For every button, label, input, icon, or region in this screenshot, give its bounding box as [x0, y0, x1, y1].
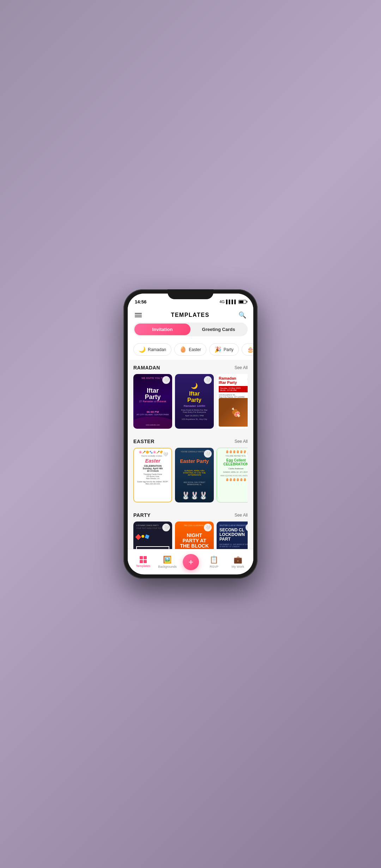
r1-subtitle: 27 Ramadan ul Mubarak — [136, 400, 169, 403]
r3-address: 123 Anywhere St.,Ang City Name, ST 12345… — [219, 394, 248, 398]
r3-top: RamadanIftar Party — [219, 376, 248, 385]
favorite-icon-e1[interactable]: 🤍 — [162, 451, 169, 458]
e2-address: 4802 ROYAL OAK STREETBIRMINGHAM, AL — [183, 481, 205, 486]
e2-date: SUNDAY, APRIL 4THSTARTING AT 3 IN THE AF… — [178, 470, 211, 476]
e3-address: 4888 EQUONE ROAD WILLIAMSVILLE — [220, 475, 248, 477]
ramadan-cards-row: 🤍 WE INVITE YOU TO IftarParty 27 Ramadan… — [133, 374, 248, 434]
e3-eggs-bottom: 🥚🥚🥚🥚🥚🥚 — [225, 478, 247, 481]
status-icons: 4G ▌▌▌▌ — [219, 300, 246, 304]
party-label: Party — [224, 347, 234, 352]
main-content: RAMADAN See All 🤍 WE INVITE YOU TO Iftar… — [128, 360, 253, 574]
ramadan-emoji: 🌙 — [139, 346, 146, 353]
r1-location: AT CITY ISLAMIC CENTER PARK — [136, 414, 169, 416]
battery-icon — [238, 300, 246, 304]
page-title: TEMPLATES — [171, 312, 209, 318]
r1-title: IftarParty — [136, 387, 169, 400]
status-time: 14:56 — [135, 299, 146, 305]
r2-location: 123 Anywhere St., Any City — [182, 418, 207, 420]
e3-host: Carlia Anderson — [229, 468, 244, 470]
bottom-nav: Templates 🖼️ Backgrounds + 📋 RSVP 💼 My W… — [128, 549, 253, 574]
nav-my-work[interactable]: 💼 My Work — [229, 555, 247, 568]
favorite-icon-r2[interactable]: 🤍 — [204, 376, 212, 384]
easter-card-2[interactable]: 🤍 YOU'RE CORDIALLY INVITED TO Easter Par… — [175, 448, 214, 502]
screen-content: TEMPLATES 🔍 Invitation Greeting Cards 🌙 … — [128, 306, 253, 574]
birthday-emoji: 🎂 — [247, 346, 253, 353]
nav-add-button[interactable]: + — [183, 554, 199, 570]
rsvp-icon: 📋 — [210, 555, 218, 564]
e1-title: Easter — [145, 458, 161, 464]
e3-date: SUNDAY, APRIL 18 · AT 1:30 PM — [223, 471, 248, 473]
r3-bar: Sunday, 13 May 202306:00 - 07:00 PM — [219, 386, 248, 392]
easter-see-all[interactable]: See All — [235, 439, 248, 444]
ramadan-label: Ramadan — [148, 347, 166, 352]
section-ramadan: RAMADAN See All 🤍 WE INVITE YOU TO Iftar… — [128, 360, 253, 434]
phone-notch — [168, 289, 213, 299]
easter-section-header: EASTER See All — [133, 439, 248, 444]
r2-date: April 19,2023 | 7PM — [185, 415, 204, 417]
easter-card-1[interactable]: 🤍 🌸🥕🌼🐾🌸🥕🌼🐾 You're cordially invited to E… — [133, 448, 172, 502]
category-scroll: 🌙 Ramadan 🥚 Easter 🎉 Party 🎂 Birthday 💍 — [128, 340, 253, 360]
r3-image: 🍖 — [219, 398, 248, 427]
phone-frame: 14:56 4G ▌▌▌▌ TEMPLATES 🔍 — [123, 289, 258, 579]
p3-badge: SHUTTER CLUB NY PRESENTS — [219, 524, 248, 526]
nav-backgrounds[interactable]: 🖼️ Backgrounds — [158, 555, 177, 568]
r1-details: 06:00 PM — [136, 410, 169, 414]
e3-title: Egg CellentCELEBRATION — [223, 458, 248, 466]
party-emoji: 🎉 — [214, 346, 222, 353]
p3-date: DECEMBER 21, SATURDAY AT 8 PM40 WHITEY S… — [219, 543, 248, 548]
category-chip-ramadan[interactable]: 🌙 Ramadan — [133, 343, 171, 356]
network-icon: 4G — [219, 300, 225, 304]
nav-templates[interactable]: Templates — [134, 556, 152, 568]
e2-bunnies: 🐰🐰🐰 — [181, 491, 208, 500]
templates-icon — [140, 556, 147, 563]
party-section-header: PARTY See All — [133, 512, 248, 518]
tab-container: Invitation Greeting Cards — [128, 323, 253, 340]
app-header: TEMPLATES 🔍 — [128, 306, 253, 323]
ramadan-title: RAMADAN — [133, 365, 160, 370]
e1-note: Easter egg hunt for the children. RSVP: … — [136, 481, 169, 485]
nav-rsvp-label: RSVP — [210, 565, 218, 568]
tab-greeting-cards[interactable]: Greeting Cards — [190, 324, 247, 335]
nav-templates-label: Templates — [136, 564, 150, 568]
easter-emoji: 🥚 — [180, 346, 187, 353]
signal-icon: ▌▌▌▌ — [226, 300, 237, 304]
p2-title: NIGHTPARTY ATTHE BLOCK — [178, 533, 211, 549]
r2-subtitle: Ramadan 1445H — [184, 404, 205, 408]
backgrounds-icon: 🖼️ — [163, 555, 172, 564]
e1-invite: You're cordially invited to — [141, 455, 164, 457]
favorite-icon-p1[interactable]: 🤍 — [162, 524, 170, 531]
favorite-icon-r1[interactable]: 🤍 — [162, 376, 170, 384]
nav-backgrounds-label: Backgrounds — [158, 565, 177, 568]
phone-screen: 14:56 4G ▌▌▌▌ TEMPLATES 🔍 — [128, 294, 253, 574]
ramadan-card-1[interactable]: 🤍 WE INVITE YOU TO IftarParty 27 Ramadan… — [133, 374, 172, 429]
easter-cards-row: 🤍 🌸🥕🌼🐾🌸🥕🌼🐾 You're cordially invited to E… — [133, 448, 248, 507]
nav-my-work-label: My Work — [232, 565, 244, 568]
e1-host: Thompkin Family Home123 Bunny LaneNew Or… — [144, 473, 162, 480]
easter-title: EASTER — [133, 439, 155, 444]
e1-subtitle: CELEBRATIONSunday, April 4th10 o'clock — [143, 465, 163, 472]
party-title: PARTY — [133, 512, 151, 518]
category-chip-birthday[interactable]: 🎂 Birthday — [242, 343, 253, 356]
ramadan-card-2[interactable]: 🤍 🌙 IftarParty Ramadan 1445H Free Food &… — [175, 374, 214, 429]
e3-invite: YOU ARE INVITED TO AN — [225, 455, 247, 457]
category-chip-easter[interactable]: 🥚 Easter — [174, 343, 206, 356]
section-easter: EASTER See All 🤍 🌸🥕🌼🐾🌸🥕🌼🐾 You're — [128, 434, 253, 507]
category-chip-party[interactable]: 🎉 Party — [209, 343, 239, 356]
menu-button[interactable] — [135, 313, 142, 317]
favorite-icon-p2[interactable]: 🤍 — [204, 524, 212, 531]
p3-title: SECOND CLLOCKDOWNPART — [219, 528, 248, 542]
tab-pills: Invitation Greeting Cards — [133, 323, 248, 336]
party-see-all[interactable]: See All — [235, 513, 248, 518]
ramadan-see-all[interactable]: See All — [235, 365, 248, 370]
tab-invitation[interactable]: Invitation — [134, 324, 190, 335]
easter-card-3[interactable]: 🤍 🥚🥚🥚🥚🥚🥚 YOU ARE INVITED TO AN Egg Celle… — [217, 448, 248, 502]
my-work-icon: 💼 — [234, 555, 242, 564]
e2-title: Easter Party — [180, 458, 209, 464]
r2-title: IftarParty — [187, 391, 201, 403]
search-icon[interactable]: 🔍 — [238, 311, 246, 319]
ramadan-card-3[interactable]: 🤍 RamadanIftar Party Sunday, 13 May 2023… — [217, 374, 248, 429]
r2-description: Free Food & Drinks For IftarFree Entry F… — [181, 409, 208, 413]
e3-eggs-top: 🥚🥚🥚🥚🥚🥚 — [225, 450, 247, 453]
favorite-icon-e2[interactable]: 🤍 — [204, 450, 212, 458]
nav-rsvp[interactable]: 📋 RSVP — [205, 555, 223, 568]
